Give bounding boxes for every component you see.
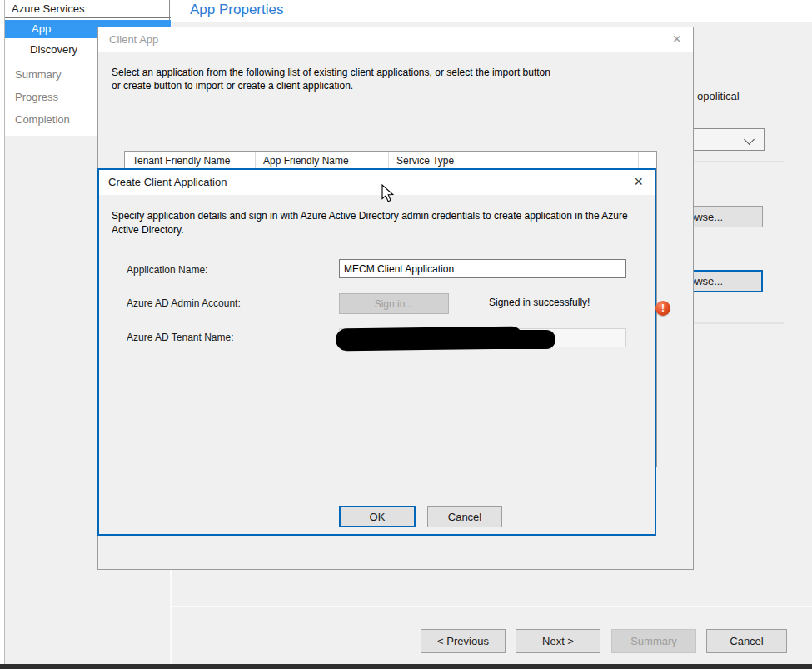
- client-app-dialog-titlebar: [98, 27, 693, 52]
- mouse-cursor-icon: [381, 184, 395, 207]
- sign-in-button: Sign in...: [339, 293, 449, 314]
- create-dialog-description: Specify application details and sign in …: [112, 209, 651, 237]
- column-header-app-friendly-name[interactable]: App Friendly Name: [256, 152, 389, 170]
- window-bottom-edge: [0, 664, 812, 669]
- next-button[interactable]: Next >: [516, 629, 600, 653]
- application-name-label: Application Name:: [127, 264, 207, 276]
- error-icon: !: [655, 301, 670, 316]
- create-dialog-title: Create Client Application: [108, 176, 227, 188]
- column-header-tenant-friendly-name[interactable]: Tenant Friendly Name: [125, 152, 256, 170]
- application-name-field[interactable]: [339, 259, 626, 278]
- client-app-description: Select an application from the following…: [112, 66, 553, 92]
- cancel-button-label: Cancel: [428, 507, 501, 527]
- summary-button: Summary: [611, 629, 696, 653]
- sidebar-title-rule: [5, 17, 171, 18]
- sign-in-button-label: Sign in...: [340, 294, 448, 313]
- admin-account-label: Azure AD Admin Account:: [127, 297, 241, 309]
- close-icon[interactable]: ×: [634, 173, 643, 191]
- tenant-name-label: Azure AD Tenant Name:: [127, 332, 234, 343]
- client-app-dialog-title: Client App: [109, 33, 158, 46]
- previous-button[interactable]: < Previous: [421, 629, 506, 653]
- column-header-service-type[interactable]: Service Type: [389, 152, 639, 170]
- chevron-down-icon: [744, 134, 755, 145]
- sidebar-item-summary[interactable]: Summary: [15, 68, 62, 81]
- background-truncated-label: opolitical: [697, 90, 740, 102]
- wizard-window: Azure Services App Discovery Summary Pro…: [0, 0, 812, 669]
- page-title: App Properties: [190, 2, 283, 18]
- ok-button[interactable]: OK: [339, 506, 416, 527]
- ok-button-label: OK: [341, 507, 414, 526]
- sidebar-item-completion[interactable]: Completion: [15, 113, 70, 126]
- sidebar-item-progress[interactable]: Progress: [15, 91, 58, 103]
- sidebar-item-discovery[interactable]: Discovery: [30, 43, 77, 56]
- close-icon[interactable]: ×: [672, 31, 681, 48]
- cancel-button[interactable]: Cancel: [427, 506, 502, 527]
- sidebar-title: Azure Services: [12, 2, 84, 15]
- sidebar-divider: [169, 0, 170, 22]
- wizard-cancel-button[interactable]: Cancel: [706, 629, 787, 653]
- sign-in-status-text: Signed in successfully!: [489, 297, 590, 308]
- footer-separator: [172, 606, 812, 607]
- column-header-spacer: [639, 152, 656, 170]
- redaction-mark: [466, 330, 555, 349]
- create-client-application-dialog: Create Client Application × Specify appl…: [97, 168, 656, 536]
